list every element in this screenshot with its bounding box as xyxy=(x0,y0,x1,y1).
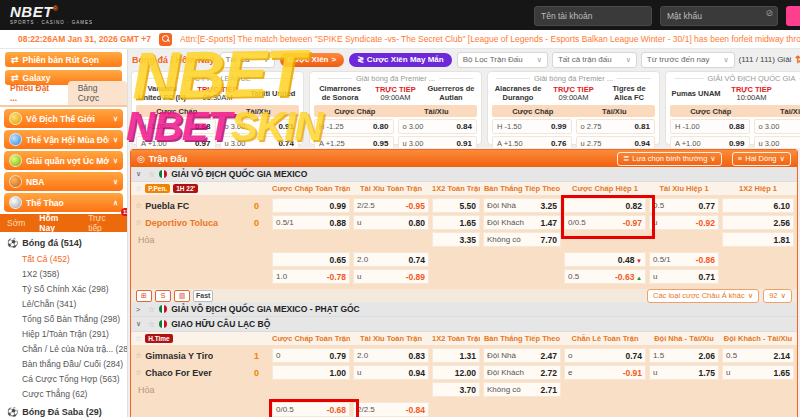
asian-bets-select[interactable]: Các loại cược Châu Á khác∨ xyxy=(647,289,759,303)
team-name[interactable]: Puebla FC xyxy=(145,201,189,211)
odds-cell[interactable]: 0.50.77 xyxy=(649,198,719,213)
market-count-select[interactable]: 92∨ xyxy=(763,289,792,303)
odds-cell[interactable]: u0.71 xyxy=(649,269,719,284)
odds-cell[interactable]: o 2.750.81 xyxy=(576,119,656,134)
favorite-star-icon[interactable]: ☆ xyxy=(135,218,142,227)
tab-bet-slip[interactable]: Phiếu Đặt ... xyxy=(0,83,62,105)
bet-type-item[interactable]: Bàn thắng Đầu/ Cuối (284) xyxy=(0,356,127,371)
odds-cell[interactable]: 5.50 xyxy=(432,198,480,213)
odds-cell[interactable]: Không có7.70 xyxy=(483,232,561,247)
odds-cell[interactable]: e-0.91 xyxy=(564,365,646,380)
stats-s-icon[interactable]: S xyxy=(155,290,171,302)
sidebar-item-compact-version[interactable]: ⇄ Phiên bản Rút Gọn xyxy=(5,52,122,67)
odds-cell[interactable]: 00.79 xyxy=(272,348,350,363)
fast-market-badge[interactable]: Fast xyxy=(193,290,213,302)
odds-cell[interactable]: 6.10 xyxy=(722,198,794,213)
team-name[interactable]: Deportivo Toluca xyxy=(145,218,218,228)
odds-cell[interactable]: 1.00 xyxy=(272,365,350,380)
odds-cell[interactable]: Đội Khách2.72 xyxy=(483,365,561,380)
away-team[interactable]: Guerreros de Autlan xyxy=(425,85,477,102)
tab-bet-board[interactable]: Bảng Cược xyxy=(68,81,127,105)
sport-header-saba[interactable]: ⚽ Bóng Đá Saba (29) xyxy=(0,404,127,417)
chart-icon[interactable]: ▥ xyxy=(174,290,190,302)
bet-type-item[interactable]: Hiệp 1/Toàn Trận (291) xyxy=(0,326,127,341)
odds-cell[interactable]: 0.5/1-0.86 xyxy=(649,252,719,267)
match-filter-select[interactable]: Bộ Lọc Trận Đấu∨ xyxy=(457,52,548,68)
odds-cell[interactable]: 3.35 xyxy=(432,232,480,247)
all-matches-select[interactable]: Tất cả trận đấu∨ xyxy=(552,52,637,68)
tab-early[interactable]: Sớm xyxy=(0,218,32,228)
odds-cell[interactable]: 1.31 xyxy=(432,348,480,363)
odds-cell[interactable]: 12.00 xyxy=(432,365,480,380)
odds-cell[interactable]: o0.74 xyxy=(564,348,646,363)
home-team[interactable]: Cimarrones de Sonora xyxy=(314,85,366,102)
grid-markets-icon[interactable]: ⊞ xyxy=(136,290,152,302)
odds-cell[interactable]: H -1.250.80 xyxy=(314,119,394,134)
team-name[interactable]: Chaco For Ever xyxy=(145,368,212,378)
search-button[interactable] xyxy=(159,33,172,46)
sort-icon[interactable]: ⇅ xyxy=(795,54,800,65)
odds-cell[interactable]: 0.48 ▼ xyxy=(564,252,646,267)
odds-cell[interactable]: u0.80 xyxy=(353,215,429,230)
odds-cell[interactable]: Đội Nhà3.25 xyxy=(483,198,561,213)
odds-cell[interactable]: 0.82 xyxy=(564,198,646,213)
odds-cell[interactable]: H -1.500.99 xyxy=(492,119,572,134)
favorite-star-icon[interactable]: ☆ xyxy=(135,184,142,193)
away-team[interactable]: Tigres de Alica FC xyxy=(603,85,655,102)
two-line-button[interactable]: ≡ Hai Dòng ∨ xyxy=(732,152,791,166)
sidebar-item-2[interactable]: Giải quần vợt Úc Mở rộng∨ xyxy=(4,151,123,170)
odds-cell[interactable]: 2.00.74 xyxy=(353,252,429,267)
sort-order-select[interactable]: Từ trước đến nay∨ xyxy=(641,52,735,68)
mix-parlay-button[interactable]: Cược Xiên > xyxy=(280,53,345,67)
odds-cell[interactable]: u1.65 xyxy=(722,365,794,380)
odds-cell[interactable]: u-0.89 xyxy=(353,269,429,284)
odds-cell[interactable]: u 3.000.91 xyxy=(398,136,478,148)
away-team[interactable]: Tahiti United xyxy=(247,90,299,99)
normal-selection-button[interactable]: ≣ Lựa chọn bình thường ∨ xyxy=(617,152,722,166)
bet-type-item[interactable]: Tỷ Số Chính Xác (298) xyxy=(0,281,127,296)
favorite-star-icon[interactable]: ☆ xyxy=(148,320,155,329)
odds-cell[interactable]: o 3.000.84 xyxy=(754,119,800,134)
sport-header-soccer[interactable]: ⚽ Bóng đá (514) xyxy=(0,235,127,251)
bet-type-item[interactable]: Chẵn / Lẻ của Nửa trậ... (284) xyxy=(0,341,127,356)
odds-cell[interactable]: A +1.250.95 xyxy=(314,136,394,148)
odds-cell[interactable]: 2.00.83 xyxy=(353,348,429,363)
odds-cell[interactable]: 0/0.5-0.97 xyxy=(564,215,646,230)
sidebar-item-0[interactable]: Vô Địch Thế Giới∨ xyxy=(4,109,123,128)
odds-cell[interactable]: 0.5/10.88 xyxy=(272,215,350,230)
tab-live[interactable]: Trực tiếp129 xyxy=(81,213,127,233)
odds-cell[interactable]: A +1.000.99 xyxy=(670,136,750,148)
password-input[interactable] xyxy=(660,6,778,26)
odds-cell[interactable]: u0.94 xyxy=(353,365,429,380)
odds-cell[interactable]: 0.5-0.63 ▲ xyxy=(564,269,646,284)
odds-cell[interactable]: H -1.000.68 xyxy=(136,119,216,134)
odds-cell[interactable]: 0.52.14 xyxy=(722,348,794,363)
odds-cell[interactable]: u 2.750.94 xyxy=(576,136,656,148)
league-header[interactable]: >☆GIẢI VÔ ĐỊCH QUỐC GIA MEXICO - PHẠT GÓ… xyxy=(131,302,797,317)
odds-cell[interactable]: 2/2.5-0.84 xyxy=(353,402,429,417)
home-team[interactable]: Pumas UNAM xyxy=(670,90,722,99)
odds-cell[interactable]: 0.99 xyxy=(272,198,350,213)
bet-type-item[interactable]: Cá Cược Tổng Hợp (563) xyxy=(0,371,127,386)
odds-cell[interactable]: u 3.000.91 xyxy=(754,136,800,148)
bet-type-item[interactable]: Tất Cả (452) xyxy=(0,251,127,266)
username-input[interactable] xyxy=(534,6,652,26)
odds-cell[interactable]: u1.75 xyxy=(649,365,719,380)
odds-cell[interactable]: A +1.000.97 xyxy=(136,136,216,148)
league-header[interactable]: ∨☆GIẢI VÔ ĐỊCH QUỐC GIA MEXICO xyxy=(131,167,797,182)
odds-cell[interactable]: 1.65 xyxy=(432,215,480,230)
odds-cell[interactable]: o 3.000.84 xyxy=(398,119,478,134)
lucky-parlay-button[interactable]: ≷ Cược Xiên May Mắn xyxy=(349,53,452,67)
eye-off-icon[interactable]: ⊘ xyxy=(765,8,773,18)
favorite-star-icon[interactable]: ☆ xyxy=(135,351,142,360)
odds-cell[interactable]: 0.65 xyxy=(272,252,350,267)
sidebar-item-3[interactable]: NBA∨ xyxy=(4,172,123,191)
bet-type-item[interactable]: Tổng Số Bàn Thắng (298) xyxy=(0,311,127,326)
favorite-star-icon[interactable]: ☆ xyxy=(148,170,155,179)
home-team[interactable]: Alacranes de Durango xyxy=(492,85,544,102)
favorite-star-icon[interactable]: ☆ xyxy=(135,201,142,210)
tab-today[interactable]: Hôm Nay xyxy=(32,213,81,233)
brand-logo[interactable]: NBET® SPORTS · CASINO · GAMES xyxy=(10,4,93,26)
odds-cell[interactable]: u-0.92 xyxy=(649,215,719,230)
team-name[interactable]: Gimnasia Y Tiro xyxy=(145,351,213,361)
